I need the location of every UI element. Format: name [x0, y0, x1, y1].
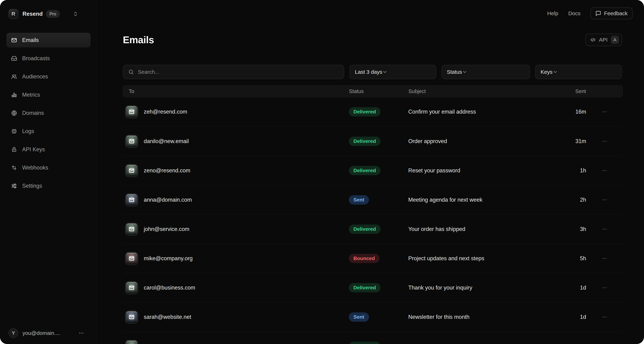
sent-time: 1h [512, 167, 586, 174]
plan-badge: Pro [46, 10, 60, 18]
sidebar-item-label: Domains [22, 110, 44, 116]
search-input[interactable] [138, 69, 339, 75]
inbox-icon [11, 55, 17, 62]
topbar: Help Docs Feedback [547, 7, 632, 20]
sidebar-item-label: Audiences [22, 74, 48, 80]
api-shortcut-key: A [611, 36, 619, 44]
email-subject: Order approved [408, 138, 512, 144]
user-row[interactable]: Y you@domain.... [8, 328, 84, 338]
search-icon [128, 69, 134, 75]
recipient-cell: zeno@resend.com [123, 164, 349, 177]
sidebar: R Resend Pro EmailsBroadcastsAudiencesMe… [0, 0, 97, 344]
page-title: Emails [123, 34, 154, 46]
keys-value: Keys [540, 69, 552, 75]
recipient-email: zeno@resend.com [144, 167, 190, 174]
email-subject: Project updates and next steps [408, 255, 512, 262]
sidebar-item-label: Webhooks [22, 164, 48, 171]
brand-name: Resend [22, 11, 43, 17]
email-subject: Reset your password [408, 167, 512, 174]
email-table-body: zeh@resend.comDeliveredConfirm your emai… [123, 97, 623, 344]
feedback-button[interactable]: Feedback [590, 8, 632, 19]
sidebar-item-domains[interactable]: Domains [6, 106, 90, 120]
code-icon [590, 37, 596, 43]
status-badge: Delivered [349, 107, 380, 116]
email-envelope-icon [126, 106, 138, 118]
sidebar-item-settings[interactable]: Settings [6, 178, 90, 193]
sidebar-item-api-keys[interactable]: API Keys [6, 142, 90, 157]
recipient-email: john@service.com [144, 226, 189, 232]
email-subject: Your order has shipped [408, 226, 512, 232]
status-dropdown[interactable]: Status [442, 65, 530, 79]
recipient-cell: mike@company.org [123, 252, 349, 264]
sidebar-nav: EmailsBroadcastsAudiencesMetricsDomainsL… [6, 33, 90, 197]
recipient-cell: john@service.com [123, 223, 349, 235]
chevron-down-icon [462, 69, 467, 75]
message-square-icon [596, 10, 601, 16]
email-row[interactable]: john@service.comDeliveredYour order has … [123, 214, 623, 244]
email-envelope-icon [126, 252, 138, 264]
sidebar-item-label: Emails [22, 37, 39, 44]
workspace-switcher[interactable]: R Resend Pro [8, 8, 78, 20]
column-header-to: To [123, 88, 349, 94]
arrows-up-down-icon [11, 165, 17, 171]
sidebar-item-label: API Keys [22, 146, 45, 153]
status-badge: Sent [349, 312, 369, 322]
email-envelope-icon [126, 340, 138, 344]
recipient-email: zeh@resend.com [144, 108, 187, 115]
sidebar-item-label: Metrics [22, 92, 40, 98]
email-row[interactable]: sarah@website.netSentNewsletter for this… [123, 302, 623, 332]
sidebar-item-metrics[interactable]: Metrics [6, 88, 90, 102]
api-button[interactable]: API A [586, 34, 622, 46]
chevrons-up-down-icon[interactable] [73, 11, 78, 16]
avatar: Y [8, 328, 18, 338]
sidebar-item-emails[interactable]: Emails [6, 33, 90, 48]
title-row: Emails API A [123, 34, 622, 46]
email-row[interactable]: zeh@resend.comDeliveredConfirm your emai… [123, 97, 623, 126]
feedback-label: Feedback [604, 10, 628, 16]
status-badge: Bounced [349, 254, 380, 263]
date-range-dropdown[interactable]: Last 3 days [350, 65, 436, 79]
column-header-subject: Subject [408, 88, 512, 94]
sidebar-item-webhooks[interactable]: Webhooks [6, 160, 90, 175]
user-menu-dots-icon[interactable] [78, 330, 84, 336]
status-badge: Delivered [349, 166, 380, 175]
email-row[interactable]: anna@domain.comSentMeeting agenda for ne… [123, 185, 623, 214]
sidebar-item-audiences[interactable]: Audiences [6, 69, 90, 84]
search-box[interactable] [123, 65, 344, 79]
row-menu-dots-icon[interactable] [586, 256, 623, 262]
email-subject: Meeting agenda for next week [408, 197, 512, 203]
sent-time: 1d [512, 284, 586, 291]
email-envelope-icon [126, 135, 138, 147]
sidebar-item-logs[interactable]: Logs [6, 124, 90, 138]
email-row[interactable]: danilo@new.emailDeliveredOrder approved3… [123, 126, 623, 156]
lock-icon [11, 146, 17, 152]
sidebar-item-broadcasts[interactable]: Broadcasts [6, 51, 90, 66]
email-envelope-icon [126, 282, 138, 294]
docs-link[interactable]: Docs [568, 10, 580, 16]
filters-row: Last 3 days Status Keys [123, 65, 622, 79]
users-icon [11, 74, 17, 80]
email-row[interactable]: mike@company.orgBouncedProject updates a… [123, 244, 623, 273]
row-menu-dots-icon[interactable] [586, 226, 623, 232]
row-menu-dots-icon[interactable] [586, 343, 623, 344]
email-subject: Newsletter for this month [408, 314, 512, 320]
recipient-email: sarah@website.net [144, 314, 191, 320]
row-menu-dots-icon[interactable] [586, 314, 623, 320]
sidebar-item-label: Logs [22, 128, 34, 134]
sent-time: 31m [512, 138, 586, 144]
status-badge: Delivered [349, 283, 380, 292]
recipient-email: anna@domain.com [144, 197, 192, 203]
recipient-email: carol@business.com [144, 284, 195, 291]
row-menu-dots-icon[interactable] [586, 285, 623, 291]
help-link[interactable]: Help [547, 10, 558, 16]
email-row[interactable]: Delivered [123, 332, 623, 344]
keys-dropdown[interactable]: Keys [535, 65, 622, 79]
email-row[interactable]: zeno@resend.comDeliveredReset your passw… [123, 156, 623, 185]
row-menu-dots-icon[interactable] [586, 168, 623, 174]
row-menu-dots-icon[interactable] [586, 109, 623, 115]
row-menu-dots-icon[interactable] [586, 138, 623, 144]
sent-time: 1d [512, 314, 586, 320]
email-row[interactable]: carol@business.comDeliveredThank you for… [123, 273, 623, 302]
user-email: you@domain.... [22, 330, 60, 336]
row-menu-dots-icon[interactable] [586, 197, 623, 203]
